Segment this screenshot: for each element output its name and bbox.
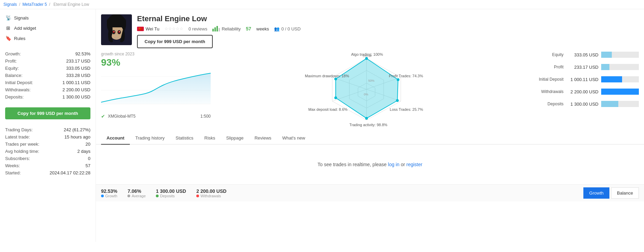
signals-icon: 📡 (5, 15, 11, 21)
signal-title: Eternal Engine Low (137, 14, 639, 23)
tab-statistics[interactable]: Statistics (170, 132, 199, 145)
growth-percentage: 93% (101, 57, 211, 68)
bar-profit: Profit 233.17 USD (522, 64, 639, 70)
tab-content-area: To see trades in realtime, please log in… (96, 145, 644, 184)
stat-withdrawals: Withdrawals: 2 200.00 USD (5, 86, 90, 93)
svg-point-23 (396, 99, 399, 102)
avatar-image (101, 14, 132, 45)
sidebar-item-add-widget[interactable]: ⊞ Add widget (0, 23, 96, 33)
tab-trading-history[interactable]: Trading history (130, 132, 170, 145)
sidebar-item-rules[interactable]: 🔖 Rules (0, 33, 96, 43)
bar-profit-fill (601, 64, 609, 70)
bottom-average: 7.06% Average (127, 188, 146, 198)
signal-header: Eternal Engine Low 🇨🇳 Wei Tu ☆☆☆☆☆ 0 rev… (96, 9, 644, 52)
radar-label-max-deposit: Max deposit load: 8.6% (308, 107, 347, 111)
sidebar-rules-label: Rules (14, 36, 25, 41)
tab-risks[interactable]: Risks (199, 132, 221, 145)
bar-deposits-value: 1 300.00 USD (567, 102, 601, 107)
bar-withdrawals-label: Withdrawals (522, 89, 567, 94)
info-weeks: Weeks: 57 (5, 162, 90, 169)
svg-point-9 (114, 31, 115, 32)
copy-button-main[interactable]: Copy for 999 USD per month (137, 35, 213, 48)
tab-whats-new[interactable]: What's new (277, 132, 311, 145)
bar-profit-value: 233.17 USD (567, 65, 601, 70)
toggle-buttons: Growth Balance (583, 187, 639, 199)
radar-svg-wrapper: 50% 0% 100%+ Algo trading: 100% Profit T… (312, 52, 421, 127)
tab-account[interactable]: Account (101, 132, 130, 145)
subscribers-info: 👥 0 / 0 USD (274, 26, 300, 31)
bottom-withdrawals-label: Withdrawals (196, 194, 226, 198)
tab-reviews[interactable]: Reviews (249, 132, 277, 145)
tab-slippage[interactable]: Slippage (221, 132, 249, 145)
bar-initial-value: 1 000.11 USD (567, 77, 601, 82)
breadcrumb: Signals / MetaTrader 5 / Eternal Engine … (0, 0, 644, 9)
withdrawals-dot (196, 195, 199, 197)
weeks-label: weeks (256, 26, 269, 31)
login-link[interactable]: log in (388, 162, 399, 167)
bar-initial-deposit: Initial Deposit 1 000.11 USD (522, 76, 639, 82)
rel-bar-2 (214, 27, 216, 31)
toggle-growth-button[interactable]: Growth (583, 187, 609, 199)
bar-initial-fill (601, 76, 622, 82)
bar-equity-fill (601, 52, 612, 58)
info-avg-holding: Avg holding time: 2 days (5, 148, 90, 155)
broker-check-icon: ✔ (101, 114, 105, 119)
bar-deposits-track (601, 101, 639, 107)
people-icon: 👥 (274, 26, 280, 31)
rel-bar-3 (216, 26, 218, 31)
or-text: or (401, 162, 406, 167)
leverage-value: 1:500 (200, 114, 211, 119)
bottom-average-value: 7.06% (127, 188, 146, 194)
growth-dot (101, 195, 104, 197)
chart-container (101, 70, 211, 111)
register-link[interactable]: register (406, 162, 422, 167)
radar-label-trading-activity: Trading activity: 98.8% (349, 123, 387, 127)
growth-chart-svg (101, 70, 211, 111)
avatar (101, 14, 132, 45)
bar-profit-track (601, 64, 639, 70)
country-flag: 🇨🇳 (137, 27, 144, 31)
svg-point-26 (334, 78, 337, 80)
middle-section: growth since 2023 93% (96, 52, 644, 130)
broker-name: XMGlobal-MT5 (108, 114, 136, 119)
realtime-message: To see trades in realtime, please log in… (101, 151, 639, 177)
sidebar-nav: 📡 Signals ⊞ Add widget 🔖 Rules (0, 13, 96, 43)
reliability-label: Reliability (222, 26, 241, 31)
breadcrumb-sep2: / (49, 2, 51, 7)
stat-growth: Growth: 92.53% (5, 50, 90, 57)
info-trades-per-week: Trades per week: 20 (5, 141, 90, 148)
breadcrumb-mt5-link[interactable]: MetaTrader 5 (22, 2, 47, 7)
bottom-average-label: Average (127, 194, 146, 198)
svg-point-25 (334, 96, 337, 99)
stat-profit: Profit: 233.17 USD (5, 57, 90, 65)
toggle-balance-button[interactable]: Balance (611, 187, 639, 199)
bottom-growth: 92.53% Growth (101, 188, 117, 198)
sidebar-signals-label: Signals (14, 15, 29, 21)
svg-point-10 (119, 31, 120, 32)
bar-equity-track (601, 52, 639, 58)
reviews-count: 0 reviews (188, 26, 207, 31)
bar-initial-label: Initial Deposit (522, 77, 567, 82)
info-started: Started: 2024.04.17 02:22:28 (5, 169, 90, 176)
radar-chart-area: 50% 0% 100%+ Algo trading: 100% Profit T… (211, 52, 522, 127)
tabs-bar: Account Trading history Statistics Risks… (96, 132, 644, 145)
bottom-deposits-label: Deposits (156, 194, 186, 198)
info-latest-trade: Latest trade: 15 hours ago (5, 133, 90, 141)
bottom-withdrawals-value: 2 200.00 USD (196, 188, 226, 194)
radar-label-max-drawdown: Maximum drawdown: 18% (305, 74, 349, 78)
radar-label-loss-trades: Loss Trades: 25.7% (390, 107, 423, 111)
stats-bars: Equity 333.05 USD Profit 233.17 USD Init… (522, 52, 639, 127)
bar-withdrawals-value: 2 200.00 USD (567, 89, 601, 94)
stat-initial-deposit: Initial Deposit: 1 000.11 USD (5, 79, 90, 86)
growth-since-label: growth since 2023 (101, 52, 211, 56)
bar-deposits-label: Deposits (522, 102, 567, 106)
growth-chart-area: growth since 2023 93% (101, 52, 211, 127)
svg-point-22 (397, 78, 399, 81)
copy-button-sidebar[interactable]: Copy for 999 USD per month (5, 107, 90, 119)
author-info: 🇨🇳 Wei Tu (137, 26, 159, 31)
bottom-growth-value: 92.53% (101, 188, 117, 194)
breadcrumb-signals-link[interactable]: Signals (3, 2, 17, 7)
add-widget-icon: ⊞ (5, 25, 11, 31)
sidebar-item-signals[interactable]: 📡 Signals (0, 13, 96, 23)
average-dot (127, 195, 130, 197)
